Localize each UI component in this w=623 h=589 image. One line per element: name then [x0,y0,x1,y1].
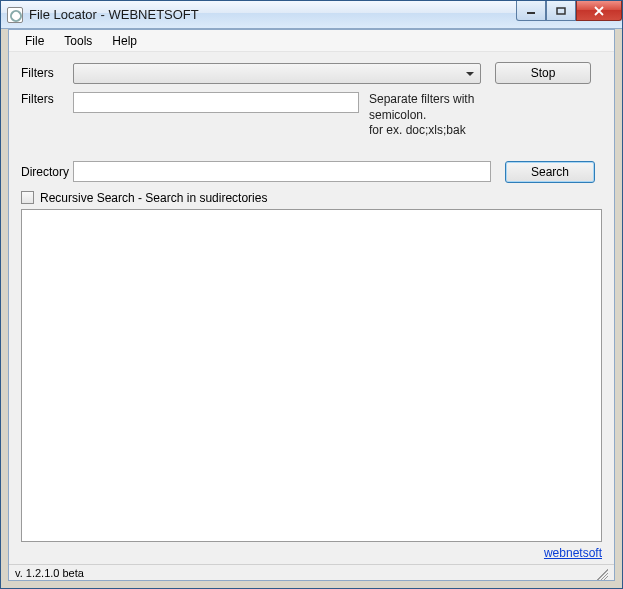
menu-tools[interactable]: Tools [56,32,100,50]
recursive-row: Recursive Search - Search in sudirectori… [21,191,602,205]
filters-combo-label: Filters [21,66,73,80]
search-button[interactable]: Search [505,161,595,183]
titlebar[interactable]: File Locator - WEBNETSOFT [1,1,622,29]
hint-line1: Separate filters with semicolon. [369,92,474,122]
filters-combo-row: Filters Stop [21,62,602,84]
app-icon [7,7,23,23]
menu-file[interactable]: File [17,32,52,50]
directory-row: Directory Search [21,161,602,183]
client-area: File Tools Help Filters Stop Filters Sep… [8,29,615,581]
version-label: v. 1.2.1.0 beta [15,567,84,579]
svg-rect-0 [527,12,535,14]
app-window: File Locator - WEBNETSOFT File Tools Hel… [0,0,623,589]
filters-input[interactable] [73,92,359,113]
filters-text-label: Filters [21,92,73,106]
directory-label: Directory [21,165,73,179]
window-controls [516,1,622,21]
svg-rect-1 [557,8,565,14]
resize-grip-icon[interactable] [594,566,608,580]
menu-help[interactable]: Help [104,32,145,50]
webnetsoft-link[interactable]: webnetsoft [544,546,602,560]
recursive-checkbox[interactable] [21,191,34,204]
filters-hint: Separate filters with semicolon. for ex.… [369,92,505,139]
recursive-label: Recursive Search - Search in sudirectori… [40,191,267,205]
content-area: Filters Stop Filters Separate filters wi… [9,52,614,564]
directory-input[interactable] [73,161,491,182]
stop-button[interactable]: Stop [495,62,591,84]
results-list[interactable] [21,209,602,542]
filters-text-row: Filters Separate filters with semicolon.… [21,92,602,139]
stop-button-label: Stop [531,66,556,80]
footer-link-area: webnetsoft [21,546,602,560]
statusbar: v. 1.2.1.0 beta [9,564,614,580]
minimize-button[interactable] [516,1,546,21]
filters-combo[interactable] [73,63,481,84]
close-button[interactable] [576,1,622,21]
window-title: File Locator - WEBNETSOFT [29,7,199,22]
menubar: File Tools Help [9,30,614,52]
search-button-label: Search [531,165,569,179]
hint-line2: for ex. doc;xls;bak [369,123,466,137]
maximize-button[interactable] [546,1,576,21]
